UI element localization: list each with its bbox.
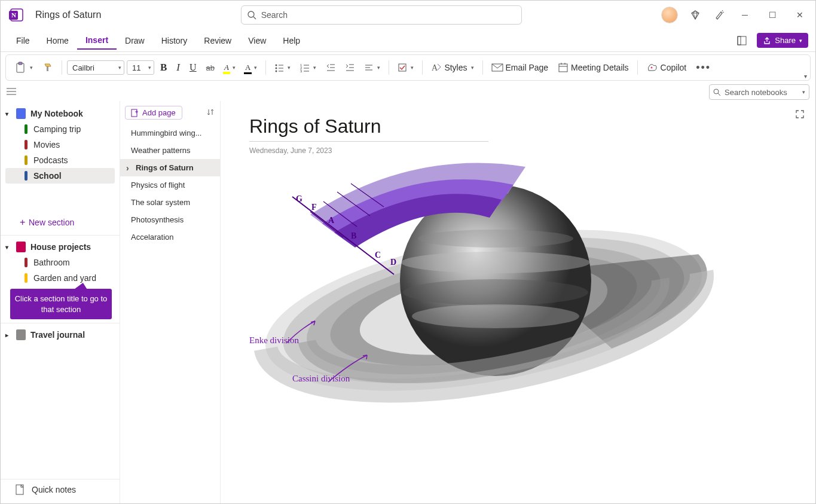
font-size-select[interactable]: 11: [127, 60, 154, 75]
page-photosynthesis[interactable]: Photosynthesis: [120, 211, 220, 228]
window-title: Rings of Saturn: [35, 10, 101, 20]
notebook-icon: [16, 329, 26, 340]
close-button[interactable]: ✕: [791, 10, 808, 20]
section-bathroom[interactable]: Bathroom: [5, 255, 115, 270]
page-accelaration[interactable]: Accelaration: [120, 228, 220, 246]
underline-button[interactable]: U: [186, 60, 200, 75]
page-list: Add page Hummingbird wing... Weather pat…: [120, 101, 221, 504]
cassini-label: Cassini division: [292, 374, 350, 384]
svg-point-11: [276, 68, 277, 69]
notebook-my-notebook[interactable]: ▾ My Notebook: [1, 106, 120, 121]
expand-canvas-icon[interactable]: [795, 109, 805, 121]
section-podcasts[interactable]: Podcasts: [5, 152, 115, 168]
quick-notes-button[interactable]: Quick notes: [1, 479, 120, 500]
maximize-button[interactable]: ☐: [764, 10, 781, 20]
fullpage-view-icon[interactable]: [733, 36, 751, 45]
svg-point-42: [714, 89, 719, 94]
tab-file[interactable]: File: [8, 32, 38, 49]
outdent-button[interactable]: [322, 60, 339, 75]
nav-toggle-icon[interactable]: [7, 87, 19, 97]
notebook-house-projects[interactable]: ▾ House projects: [1, 239, 120, 255]
tab-review[interactable]: Review: [195, 32, 240, 49]
user-avatar[interactable]: [661, 7, 678, 23]
meeting-details-button[interactable]: Meeting Details: [554, 60, 632, 75]
styles-button[interactable]: AStyles▾: [427, 60, 477, 75]
ribbon-tabs: File Home Insert Draw History Review Vie…: [1, 29, 815, 52]
section-movies[interactable]: Movies: [5, 137, 115, 152]
svg-line-43: [718, 93, 720, 96]
app-icon: N: [9, 6, 27, 24]
tab-draw[interactable]: Draw: [117, 32, 153, 49]
svg-point-53: [403, 279, 588, 306]
section-school[interactable]: School: [5, 168, 115, 184]
highlight-button[interactable]: A▾: [221, 60, 239, 75]
indent-button[interactable]: [341, 60, 358, 75]
ring-label-a: A: [328, 216, 334, 225]
svg-point-52: [401, 252, 590, 273]
search-placeholder: Search: [261, 10, 288, 20]
share-label: Share: [775, 36, 796, 45]
ribbon-expand-icon[interactable]: ▾: [804, 73, 807, 80]
page-hummingbird[interactable]: Hummingbird wing...: [120, 124, 220, 142]
bullets-button[interactable]: ▾: [271, 60, 294, 75]
diamond-icon[interactable]: [689, 10, 702, 20]
font-color-button[interactable]: A▾: [242, 60, 261, 75]
section-camping-trip[interactable]: Camping trip: [5, 121, 115, 137]
share-icon: [763, 36, 771, 45]
more-button[interactable]: •••: [692, 59, 714, 77]
minimize-button[interactable]: ─: [736, 10, 753, 20]
notebook-nav: ▾ My Notebook Camping trip Movies Podcas…: [1, 101, 120, 504]
page-weather[interactable]: Weather patterns: [120, 142, 220, 159]
notebook-travel-journal[interactable]: ▸ Travel journal: [1, 327, 120, 343]
bold-button[interactable]: B: [157, 59, 170, 76]
search-notebooks[interactable]: Search notebooks: [709, 84, 809, 100]
svg-rect-5: [738, 36, 746, 45]
page-rings-of-saturn[interactable]: Rings of Saturn: [120, 159, 220, 176]
tab-home[interactable]: Home: [38, 32, 77, 49]
format-painter-button[interactable]: [39, 60, 57, 75]
ring-label-d: D: [390, 258, 396, 267]
ring-label-b: B: [351, 231, 356, 241]
svg-point-54: [412, 304, 579, 328]
svg-text:N: N: [11, 11, 16, 19]
page-physics[interactable]: Physics of flight: [120, 176, 220, 194]
tab-insert[interactable]: Insert: [77, 32, 117, 50]
page-canvas[interactable]: Rings of Saturn Wednesday, June 7, 2023: [221, 101, 815, 504]
font-family-select[interactable]: Cailbri: [67, 60, 124, 75]
page-title[interactable]: Rings of Saturn: [249, 115, 488, 142]
numbering-button[interactable]: 123▾: [297, 60, 320, 75]
section-garden[interactable]: Garden and yard: [5, 270, 115, 286]
svg-rect-34: [559, 64, 567, 72]
strikethrough-button[interactable]: ab: [203, 61, 218, 75]
title-bar: N Rings of Saturn Search ─ ☐ ✕: [1, 1, 815, 29]
page-solar-system[interactable]: The solar system: [120, 194, 220, 211]
svg-text:3: 3: [300, 69, 302, 73]
paste-button[interactable]: ▾: [11, 59, 36, 76]
enke-label: Enke division: [249, 335, 299, 346]
pen-sparkle-icon[interactable]: [713, 10, 726, 20]
ring-label-c: C: [375, 251, 381, 260]
tags-button[interactable]: ▾: [394, 60, 417, 75]
calendar-icon: [558, 62, 569, 73]
new-section-button[interactable]: +New section: [1, 213, 120, 231]
ring-label-g: G: [296, 194, 302, 204]
tab-view[interactable]: View: [240, 32, 274, 49]
tab-help[interactable]: Help: [274, 32, 308, 49]
svg-text:A: A: [432, 63, 438, 72]
copilot-button[interactable]: Copilot: [643, 60, 690, 75]
add-page-icon: [130, 109, 139, 117]
ring-label-f: F: [311, 203, 317, 212]
email-page-button[interactable]: Email Page: [488, 60, 552, 75]
global-search[interactable]: Search: [241, 5, 522, 25]
saturn-illustration: G F A B C D Enke division Cassini divisi…: [245, 143, 711, 430]
notebook-icon: [16, 108, 26, 119]
align-button[interactable]: ▾: [360, 60, 384, 75]
tab-history[interactable]: History: [153, 32, 196, 49]
share-button[interactable]: Share ▾: [757, 33, 808, 48]
add-page-button[interactable]: Add page: [125, 106, 182, 120]
coach-tooltip: Click a section title to go to that sect…: [10, 289, 112, 319]
styles-icon: A: [431, 62, 442, 73]
copilot-icon: [646, 62, 658, 73]
sort-pages-icon[interactable]: [207, 108, 215, 118]
italic-button[interactable]: I: [173, 59, 184, 76]
